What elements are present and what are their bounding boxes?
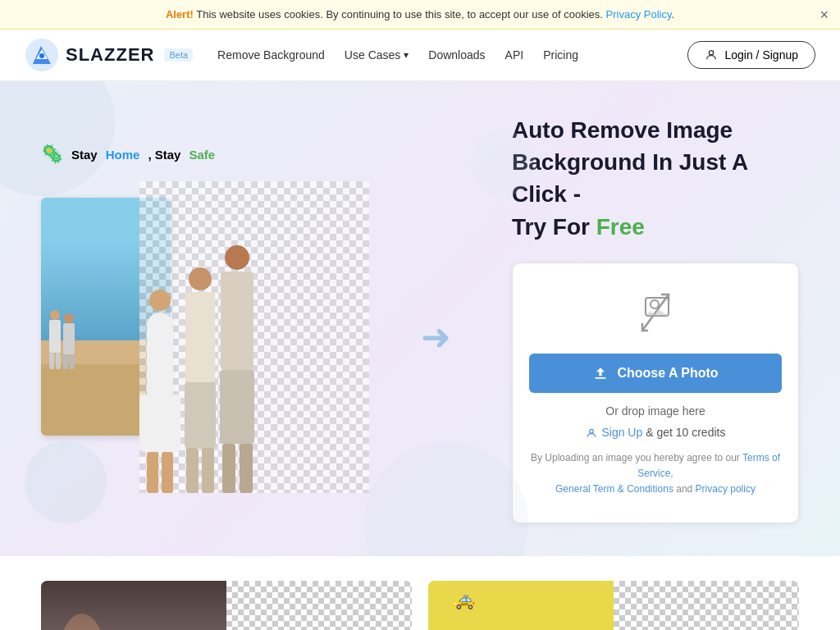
choose-photo-label: Choose A Photo [617, 366, 718, 381]
safe-word: Safe [189, 148, 215, 162]
before-after-card-1: before after [41, 581, 412, 630]
nav-api[interactable]: API [505, 48, 524, 62]
before-after-section: before after before after 🚕 [0, 556, 840, 630]
hero-left: 🦠 Stay Home , Stay Safe [41, 144, 487, 493]
cookie-banner: Alert! This website uses cookies. By con… [0, 0, 840, 30]
cookie-close-button[interactable]: × [819, 7, 829, 22]
login-area: Login / Signup [687, 41, 815, 69]
nav-use-cases[interactable]: Use Cases [345, 48, 409, 62]
privacy-policy-link[interactable]: Privacy Policy [606, 8, 672, 21]
cutout-figures [139, 181, 254, 493]
drop-text: Or drop image here [529, 404, 782, 418]
nav-remove-background[interactable]: Remove Background [217, 48, 325, 62]
nav-links: Remove Background Use Cases Downloads AP… [217, 48, 687, 62]
alert-label: Alert! [166, 8, 194, 21]
signup-line: Sign Up & get 10 credits [529, 426, 782, 439]
svg-point-2 [710, 51, 714, 55]
cookie-message: This website uses cookies. By continuing… [196, 8, 603, 21]
choose-photo-button[interactable]: Choose A Photo [529, 354, 782, 393]
nav-downloads[interactable]: Downloads [428, 48, 485, 62]
logo[interactable]: SLAZZER Beta [25, 38, 193, 72]
hero-illustration: ➜ [41, 181, 451, 493]
before-after-card-2: before after 🚕 [428, 581, 799, 630]
svg-point-4 [651, 300, 659, 308]
credits-text: & get 10 credits [646, 426, 725, 439]
arrow-icon: ➜ [421, 319, 451, 355]
signup-link[interactable]: Sign Up [601, 426, 642, 439]
signup-icon [586, 427, 597, 439]
comma-text: , Stay [148, 148, 180, 162]
hero-title-line2: Background In Just A Click - [512, 149, 747, 207]
before-image-2: 🚕 [428, 581, 614, 630]
logo-text: SLAZZER [66, 44, 154, 66]
stay-home-badge: 🦠 Stay Home , Stay Safe [41, 144, 487, 165]
svg-point-1 [39, 53, 44, 58]
hero-title-line1: Auto Remove Image [512, 117, 733, 143]
general-terms-link[interactable]: General Term & Conditions [555, 483, 673, 495]
upload-box: Choose A Photo Or drop image here Sign U… [512, 262, 799, 523]
login-signup-button[interactable]: Login / Signup [687, 41, 815, 69]
no-photo-icon [631, 288, 680, 337]
stay-text: Stay [71, 148, 98, 162]
after-image-2 [614, 581, 799, 630]
hero-section: 🦠 Stay Home , Stay Safe [0, 81, 840, 556]
free-word: Free [596, 214, 645, 240]
svg-rect-5 [596, 377, 606, 379]
hero-title-line3: Try For [512, 214, 596, 240]
home-word: Home [106, 148, 140, 162]
svg-point-6 [589, 429, 593, 433]
privacy-policy-footer-link[interactable]: Privacy policy [696, 483, 756, 495]
after-image-1 [226, 581, 412, 630]
beta-badge: Beta [164, 48, 193, 62]
slazzer-logo-icon [25, 38, 59, 72]
user-icon [705, 48, 718, 62]
virus-icon: 🦠 [41, 144, 63, 165]
navbar: SLAZZER Beta Remove Background Use Cases… [0, 30, 840, 81]
before-image-1 [41, 581, 226, 630]
terms-text: By Uploading an image you hereby agree t… [529, 450, 782, 498]
hero-title: Auto Remove Image Background In Just A C… [512, 114, 799, 243]
nav-pricing[interactable]: Pricing [543, 48, 578, 62]
upload-icon-container [529, 288, 782, 340]
upload-arrow-icon [592, 365, 609, 381]
